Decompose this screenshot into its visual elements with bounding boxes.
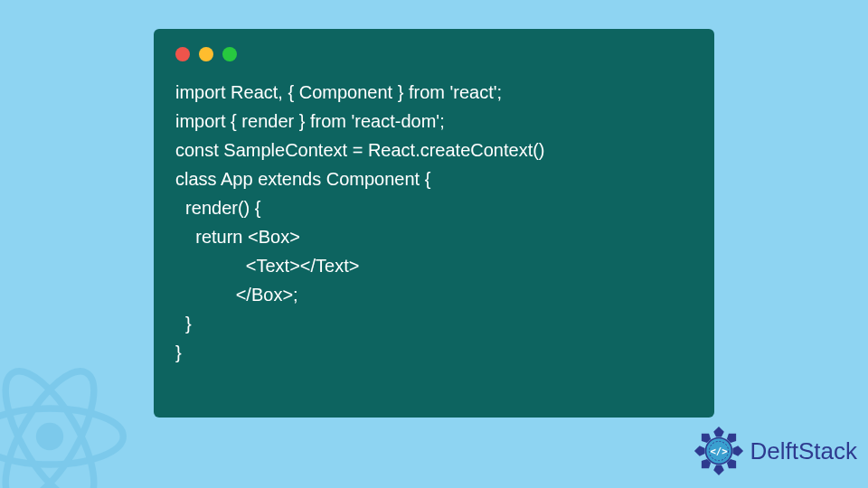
brand-name: DelftStack <box>750 437 858 465</box>
traffic-lights <box>175 47 693 61</box>
delftstack-logo: </> DelftStack <box>693 425 858 477</box>
code-block: import React, { Component } from 'react'… <box>175 78 693 367</box>
svg-point-0 <box>36 423 63 450</box>
code-window: import React, { Component } from 'react'… <box>154 29 714 418</box>
react-logo-icon <box>0 360 127 488</box>
svg-text:</>: </> <box>710 446 727 457</box>
maximize-icon <box>222 47 237 61</box>
close-icon <box>175 47 190 61</box>
minimize-icon <box>199 47 213 61</box>
delftstack-badge-icon: </> <box>693 425 745 477</box>
